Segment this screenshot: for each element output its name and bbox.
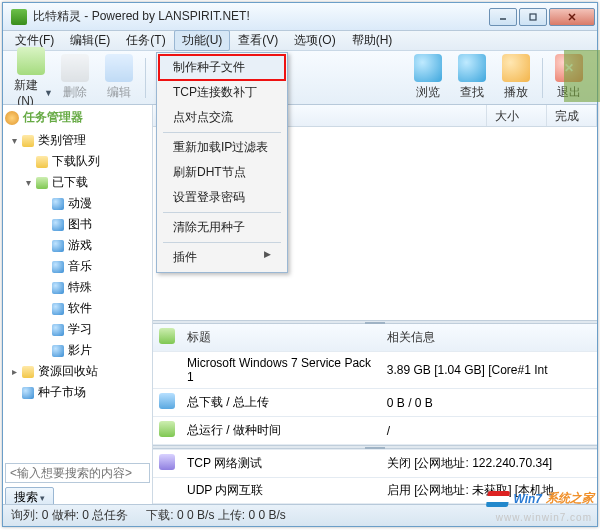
tree-node-book[interactable]: ·图书 [5, 214, 150, 235]
menu-help[interactable]: 帮助(H) [344, 30, 401, 51]
col-size[interactable]: 大小 [487, 105, 547, 126]
tree-node-soft[interactable]: ·软件 [5, 298, 150, 319]
toolbar-edit[interactable]: 编辑 [97, 54, 141, 101]
menu-item-tcp-patch[interactable]: TCP连接数补丁 [159, 80, 285, 105]
search-icon [458, 54, 486, 82]
toolbar-delete[interactable]: 删除 [53, 54, 97, 101]
menu-task[interactable]: 任务(T) [118, 30, 173, 51]
app-icon [11, 9, 27, 25]
market-icon [22, 387, 34, 399]
gear-icon [5, 111, 19, 125]
recycle-icon [22, 366, 34, 378]
edit-icon [105, 54, 133, 82]
menu-view[interactable]: 查看(V) [230, 30, 286, 51]
info-icon [159, 328, 175, 344]
toolbar: 新建(N)▼ 删除 编辑 浏览 查找 播放 ✕退出 [3, 51, 597, 105]
close-button[interactable] [549, 8, 595, 26]
dot-icon [52, 198, 64, 210]
search-button[interactable]: 搜索▾ [5, 487, 54, 504]
dot-icon [52, 219, 64, 231]
menu-tools[interactable]: 功能(U) [174, 30, 231, 51]
app-window: 比特精灵 - Powered by LANSPIRIT.NET! 文件(F) 编… [2, 2, 598, 527]
menubar: 文件(F) 编辑(E) 任务(T) 功能(U) 查看(V) 选项(O) 帮助(H… [3, 31, 597, 51]
network-icon [159, 454, 175, 470]
toolbar-browse[interactable]: 浏览 [406, 54, 450, 101]
toolbar-find[interactable]: 查找 [450, 54, 494, 101]
watermark: Win7系统之家 [487, 490, 594, 507]
menu-item-clear-seeds[interactable]: 清除无用种子 [159, 215, 285, 240]
dot-icon [52, 303, 64, 315]
tree-node-market[interactable]: ·种子市场 [5, 382, 150, 403]
info-row-dlul: 总下载 / 总上传 0 B / 0 B [153, 389, 597, 417]
stats-icon [159, 393, 175, 409]
dot-icon [52, 282, 64, 294]
search-panel: 搜索▾ [5, 463, 150, 504]
col-done[interactable]: 完成量 [547, 105, 597, 126]
tree-node-special[interactable]: ·特殊 [5, 277, 150, 298]
menu-edit[interactable]: 编辑(E) [62, 30, 118, 51]
folder-icon [22, 135, 34, 147]
tree-node-anime[interactable]: ·动漫 [5, 193, 150, 214]
menu-item-set-password[interactable]: 设置登录密码 [159, 185, 285, 210]
menu-item-reload-ipfilter[interactable]: 重新加载IP过滤表 [159, 135, 285, 160]
info-panel: 标题 相关信息 Microsoft Windows 7 Service Pack… [153, 324, 597, 504]
clock-icon [159, 421, 175, 437]
info-row-title: Microsoft Windows 7 Service Pack 1 3.89 … [153, 352, 597, 389]
minimize-button[interactable] [489, 8, 517, 26]
toolbar-new[interactable]: 新建(N)▼ [9, 47, 53, 108]
tree-node-category[interactable]: ▾类别管理 [5, 130, 150, 151]
dot-icon [52, 240, 64, 252]
delete-icon [61, 54, 89, 82]
svg-rect-1 [530, 14, 536, 20]
tree-node-download-queue[interactable]: ·下载队列 [5, 151, 150, 172]
globe-icon [414, 54, 442, 82]
menu-item-refresh-dht[interactable]: 刷新DHT节点 [159, 160, 285, 185]
new-icon [17, 47, 45, 75]
toolbar-play[interactable]: 播放 [494, 54, 538, 101]
folder-icon [36, 156, 48, 168]
flag-icon [486, 491, 510, 507]
tree-node-learn[interactable]: ·学习 [5, 319, 150, 340]
search-input[interactable] [5, 463, 150, 483]
tree-node-movie[interactable]: ·影片 [5, 340, 150, 361]
tree-node-recycle[interactable]: ▸资源回收站 [5, 361, 150, 382]
tree-node-downloaded[interactable]: ▾已下载 [5, 172, 150, 193]
watermark-url: www.winwin7.com [496, 512, 592, 523]
dot-icon [52, 261, 64, 273]
tree-node-music[interactable]: ·音乐 [5, 256, 150, 277]
status-seg-2: 下载: 0 0 B/s 上传: 0 0 B/s [146, 507, 285, 524]
splitter-2[interactable] [153, 445, 597, 449]
menu-item-p2p-chat[interactable]: 点对点交流 [159, 105, 285, 130]
tree-node-game[interactable]: ·游戏 [5, 235, 150, 256]
maximize-button[interactable] [519, 8, 547, 26]
brand-logo [564, 50, 600, 102]
info-header-row: 标题 相关信息 [153, 324, 597, 352]
menu-item-create-torrent[interactable]: 制作种子文件 [159, 55, 285, 80]
dot-icon [52, 345, 64, 357]
status-seg-1: 询列: 0 做种: 0 总任务 [11, 507, 128, 524]
window-title: 比特精灵 - Powered by LANSPIRIT.NET! [33, 8, 487, 25]
tree-header: 任务管理器 [5, 109, 150, 126]
info-row-tcp: TCP 网络测试 关闭 [公网地址: 122.240.70.34] [153, 450, 597, 478]
menu-item-plugins[interactable]: 插件 [159, 245, 285, 270]
titlebar[interactable]: 比特精灵 - Powered by LANSPIRIT.NET! [3, 3, 597, 31]
info-row-runtime: 总运行 / 做种时间 / [153, 417, 597, 445]
dot-icon [52, 324, 64, 336]
menu-file[interactable]: 文件(F) [7, 30, 62, 51]
tools-dropdown: 制作种子文件 TCP连接数补丁 点对点交流 重新加载IP过滤表 刷新DHT节点 … [156, 52, 288, 273]
tree-panel: 任务管理器 ▾类别管理 ·下载队列 ▾已下载 ·动漫 ·图书 ·游戏 ·音乐 ·… [3, 105, 153, 504]
menu-options[interactable]: 选项(O) [286, 30, 343, 51]
folder-done-icon [36, 177, 48, 189]
play-icon [502, 54, 530, 82]
